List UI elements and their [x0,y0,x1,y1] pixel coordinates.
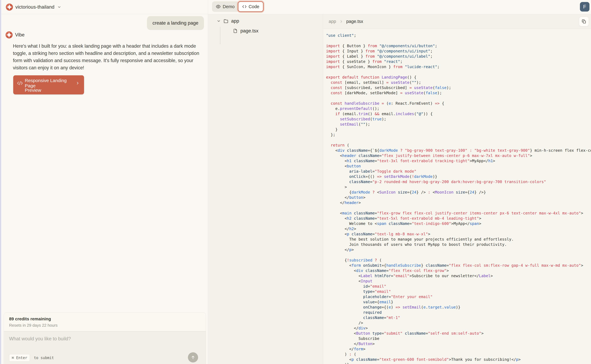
composer-input[interactable]: What would you like to build? [9,336,71,342]
tree-file-page-tsx[interactable]: page.tsx [233,26,258,35]
composer-card: 89 credits remaining Resets in 29 days 2… [4,312,206,364]
assistant-header: Vibe [6,31,25,39]
code-tag-icon [17,81,23,85]
top-bar: Demo Code F [208,0,591,14]
chevron-down-icon [217,19,221,23]
file-icon [233,29,238,33]
eye-icon [216,4,221,9]
preview-button-row: Responsive Landing Page [17,80,80,87]
kbd-cmd-enter: ⌘ Enter [9,354,30,362]
code-tab-label: Code [248,4,259,9]
vibe-logo-icon [6,4,13,11]
credits-reset-info: Resets in 29 days 22 hours [9,323,201,328]
breadcrumb-folder: app [329,19,336,24]
composer: What would you like to build? ⌘ Enter to… [4,332,206,364]
code-content: "use client"; import { Button } from "@/… [326,33,591,364]
chat-panel: victorious-thailand create a landing pag… [0,0,208,364]
submit-hint: to submit [34,356,54,360]
project-header: victorious-thailand [0,0,208,14]
preview-button[interactable]: Responsive Landing Page Preview [13,75,84,94]
folder-icon [223,19,228,24]
chevron-down-icon[interactable] [57,5,61,9]
demo-tab-label: Demo [223,4,235,9]
code-scroll-area[interactable]: "use client"; import { Button } from "@/… [323,29,591,364]
chat-messages: create a landing page Vibe Here's what I… [0,14,208,364]
code-tab[interactable]: Code [238,1,263,12]
tree-folder-app[interactable]: app [217,17,239,26]
view-toggle: Demo Code [212,1,263,12]
copy-icon [582,19,586,24]
chevron-right-icon [340,20,343,23]
chevron-right-icon [76,81,79,85]
assistant-avatar-icon [6,31,13,39]
project-name: victorious-thailand [15,4,54,10]
breadcrumb: app page.tsx [323,14,591,29]
user-avatar[interactable]: F [580,2,590,12]
window-scrollbar[interactable] [0,0,1,364]
tree-file-label: page.tsx [240,28,258,34]
tree-folder-label: app [231,18,239,24]
credits-section: 89 credits remaining Resets in 29 days 2… [4,312,206,331]
submit-hint-row: ⌘ Enter to submit [9,354,54,362]
credits-remaining: 89 credits remaining [9,317,201,321]
assistant-name: Vibe [15,32,25,38]
send-button[interactable] [188,352,198,363]
code-icon [242,4,247,9]
tree-indent-guide [220,27,220,44]
file-tree-panel: app page.tsx [208,14,323,364]
copy-code-button[interactable] [579,17,589,26]
breadcrumb-file: page.tsx [346,19,363,24]
arrow-up-icon [191,355,195,360]
demo-tab[interactable]: Demo [212,1,239,12]
assistant-message: Here's what I built for you: a sleek lan… [13,42,205,71]
user-message-bubble: create a landing page [147,16,204,30]
code-editor-panel: app page.tsx "use client"; import { Butt… [323,14,591,364]
